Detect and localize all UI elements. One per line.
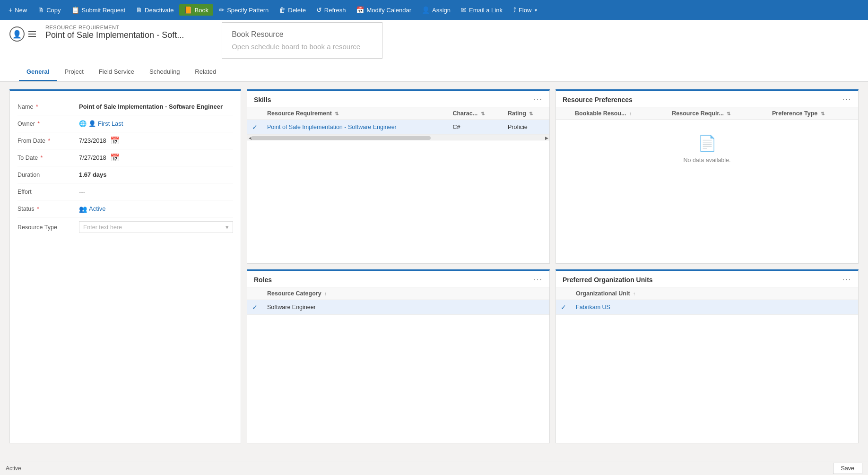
tab-field-service[interactable]: Field Service [91,63,142,81]
book-icon: 📙 [184,6,192,14]
form-panel: Name * Point of Sale Implementation - So… [9,89,241,443]
field-status: Status * 👥 Active [17,200,233,217]
roles-col-resource-category[interactable]: Resource Category ↑ [262,287,549,300]
table-row[interactable]: ✓ Fabrikam US [556,300,858,314]
specify-pattern-button[interactable]: ✏ Specify Pattern [214,4,273,16]
flow-dropdown-icon: ▾ [535,8,537,13]
status-text: Active [89,205,105,212]
rp-col-preference-type[interactable]: Preference Type ⇅ [767,107,858,120]
save-button[interactable]: Save [833,463,863,474]
check-icon: ✓ [561,303,566,311]
field-duration-value: 1.67 days [79,171,233,178]
owner-globe-icon: 🌐 [79,120,87,127]
new-button[interactable]: + New [4,4,32,16]
sort-icon-preference-type[interactable]: ⇅ [821,111,825,116]
field-to-date: To Date * 7/27/2018 📅 [17,149,233,166]
field-name-label: Name * [17,104,79,110]
sort-icon-org-unit[interactable]: ↑ [633,291,635,296]
from-date-calendar-icon[interactable]: 📅 [110,136,120,145]
skills-row-characteristic: C# [448,120,503,135]
tab-general[interactable]: General [19,63,57,81]
sort-icon-characteristic[interactable]: ⇅ [481,111,485,116]
sort-icon-rp-resource-req[interactable]: ⇅ [727,111,730,116]
skills-check-col [247,107,262,120]
header-area: 👤 RESOURCE REQUIREMENT Point of Sale Imp… [0,20,868,82]
skills-panel-header: Skills ··· [247,91,549,107]
sort-icon-resource-cat[interactable]: ↑ [324,291,327,296]
skills-more-button[interactable]: ··· [534,95,543,104]
record-avatar-icon: 👤 [9,26,25,42]
modify-calendar-button[interactable]: 📅 Modify Calendar [351,4,416,16]
sort-icon-rating[interactable]: ⇅ [529,111,533,116]
toolbar: + New 🗎 Copy 📋 Submit Request 🗎 Deactiva… [0,0,868,20]
submit-request-button[interactable]: 📋 Submit Request [67,4,130,16]
email-icon: ✉ [461,6,467,14]
main-content: Name * Point of Sale Implementation - So… [0,82,868,451]
rp-col-bookable[interactable]: Bookable Resou... ↑ [570,107,667,120]
skills-col-characteristic[interactable]: Charac... ⇅ [448,107,503,120]
rp-col-resource-req[interactable]: Resource Requir... ⇅ [667,107,767,120]
skills-scrollbar[interactable]: ◀ ▶ [247,135,549,140]
pou-col-org-unit[interactable]: Organizational Unit ↑ [571,287,858,300]
status-bar-text: Active [6,465,21,472]
preferred-org-units-more-button[interactable]: ··· [842,276,851,284]
field-owner-value: 🌐 👤 First Last [79,120,233,127]
field-name-value: Point of Sale Implementation - Software … [79,103,233,110]
field-effort-value: --- [79,188,233,195]
owner-link[interactable]: First Last [98,120,123,127]
roles-more-button[interactable]: ··· [534,276,543,284]
roles-check-col [247,287,262,300]
skills-col-resource-requirement[interactable]: Resource Requirement ⇅ [262,107,448,120]
pou-row-org-unit[interactable]: Fabrikam US [571,300,858,314]
submit-icon: 📋 [71,6,79,14]
row-check: ✓ [247,120,262,135]
field-effort: Effort --- [17,183,233,200]
email-link-button[interactable]: ✉ Email a Link [456,4,507,16]
tab-related[interactable]: Related [187,63,224,81]
book-resource-popup: Book Resource Open schedule board to boo… [222,22,382,59]
copy-button[interactable]: 🗎 Copy [33,4,65,16]
new-icon: + [9,6,12,14]
skills-col-rating[interactable]: Rating ⇅ [503,107,549,120]
deactivate-button[interactable]: 🗎 Deactivate [131,4,178,16]
roles-panel: Roles ··· Resource Category ↑ [247,269,550,444]
to-date-calendar-icon[interactable]: 📅 [110,153,120,162]
assign-icon: 👤 [422,6,430,14]
resource-preferences-title: Resource Preferences [563,96,633,104]
flow-button[interactable]: ⤴ Flow ▾ [508,4,542,16]
field-status-value: 👥 Active [79,205,233,213]
specify-pattern-icon: ✏ [219,6,225,14]
table-row[interactable]: ✓ Software Engineer [247,300,549,314]
field-from-date-label: From Date * [17,138,79,144]
book-button[interactable]: 📙 Book [179,4,213,16]
check-icon: ✓ [252,123,258,131]
resource-type-chevron-icon: ▾ [226,224,229,231]
field-to-date-value: 7/27/2018 📅 [79,153,233,162]
resource-type-select[interactable]: Enter text here ▾ [79,221,233,233]
field-from-date-value: 7/23/2018 📅 [79,136,233,145]
table-row[interactable]: ✓ Point of Sale Implementation - Softwar… [247,120,549,135]
sort-icon-bookable[interactable]: ↑ [629,111,632,116]
field-name: Name * Point of Sale Implementation - So… [17,98,233,115]
nav-tabs: General Project Field Service Scheduling… [9,63,859,81]
assign-button[interactable]: 👤 Assign [417,4,455,16]
field-owner-label: Owner * [17,121,79,127]
resource-preferences-more-button[interactable]: ··· [842,95,851,104]
tab-project[interactable]: Project [57,63,91,81]
refresh-button[interactable]: ↺ Refresh [312,4,351,16]
tab-scheduling[interactable]: Scheduling [142,63,187,81]
sort-icon-resource-req[interactable]: ⇅ [335,111,339,116]
no-data-icon: 📄 [698,134,717,152]
status-active-icon: 👥 [79,205,87,213]
scrollbar-thumb[interactable] [251,136,431,140]
skills-row-resource-req[interactable]: Point of Sale Implementation - Software … [262,120,448,135]
field-resource-type-value[interactable]: Enter text here ▾ [79,221,233,233]
scroll-right-arrow[interactable]: ▶ [544,135,549,141]
field-duration: Duration 1.67 days [17,166,233,183]
pou-check-col [556,287,571,300]
delete-button[interactable]: 🗑 Delete [274,4,311,16]
no-data-text: No data available. [683,157,730,164]
record-type-label: RESOURCE REQUIREMENT [45,25,184,30]
required-indicator: * [36,104,38,110]
required-indicator: * [37,121,40,127]
